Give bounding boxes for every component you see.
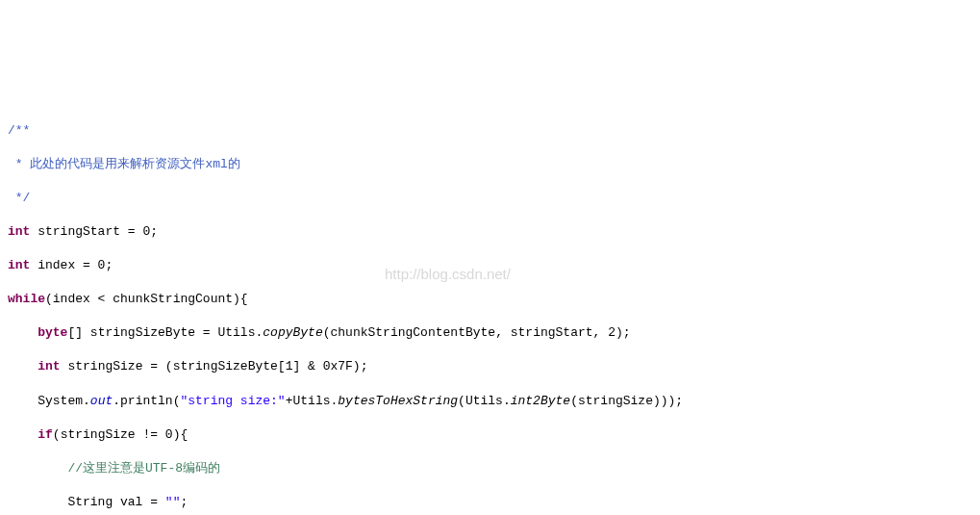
static-method: int2Byte (511, 394, 570, 408)
keyword-int: int (8, 258, 30, 272)
code-text: +Utils. (286, 394, 339, 408)
code-text: (stringSize != 0){ (53, 427, 188, 442)
doc-comment-line: */ (8, 191, 30, 205)
keyword-int: int (8, 224, 30, 239)
code-block: /** * 此处的代码是用来解析资源文件xml的 */ int stringSt… (8, 105, 972, 515)
code-text: (Utils. (458, 394, 511, 408)
string-literal: "" (165, 495, 181, 509)
doc-comment-line: /** (8, 123, 30, 138)
code-text: (chunkStringContentByte, stringStart, 2)… (323, 325, 631, 340)
code-text: (stringSize))); (570, 394, 683, 408)
keyword-byte: byte (38, 325, 67, 340)
keyword-if: if (38, 427, 53, 442)
code-text: index = 0; (30, 258, 113, 272)
code-text: String val = (8, 495, 165, 509)
code-text: ; (180, 495, 188, 509)
doc-comment-line: * 此处的代码是用来解析资源文件xml的 (8, 157, 240, 171)
keyword-int: int (38, 359, 60, 373)
code-text: .println( (113, 394, 180, 408)
static-field-out: out (90, 394, 113, 408)
line-comment: //这里注意是UTF-8编码的 (8, 461, 220, 476)
static-method: bytesToHexString (338, 394, 458, 408)
keyword-while: while (8, 292, 45, 306)
code-text: System. (8, 394, 90, 408)
string-literal: "string size:" (180, 394, 285, 408)
code-text: stringSize = (stringSizeByte[1] & 0x7F); (61, 359, 368, 373)
code-text: stringStart = 0; (30, 224, 158, 239)
code-text: (index < chunkStringCount){ (45, 292, 248, 306)
code-text: [] stringSizeByte = Utils. (67, 325, 263, 340)
static-method: copyByte (263, 325, 322, 340)
